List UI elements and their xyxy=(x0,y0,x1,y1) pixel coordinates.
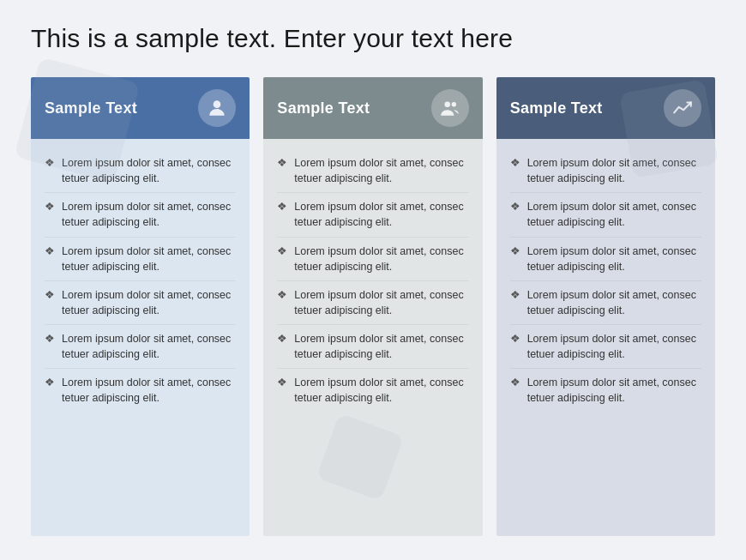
card-3-list: ❖ Lorem ipsum dolor sit amet, consec tet… xyxy=(510,149,701,412)
list-item: ❖ Lorem ipsum dolor sit amet, consec tet… xyxy=(45,193,236,237)
bullet-diamond: ❖ xyxy=(45,200,55,213)
list-item: ❖ Lorem ipsum dolor sit amet, consec tet… xyxy=(45,238,236,281)
person-svg xyxy=(206,97,228,119)
card-3-body: ❖ Lorem ipsum dolor sit amet, consec tet… xyxy=(496,139,715,536)
list-item: ❖ Lorem ipsum dolor sit amet, consec tet… xyxy=(277,281,468,325)
list-item: ❖ Lorem ipsum dolor sit amet, consec tet… xyxy=(277,238,468,281)
bullet-diamond: ❖ xyxy=(510,288,520,301)
bullet-diamond: ❖ xyxy=(277,332,287,345)
bullet-diamond: ❖ xyxy=(510,200,520,213)
bullet-diamond: ❖ xyxy=(510,332,520,345)
list-item: ❖ Lorem ipsum dolor sit amet, consec tet… xyxy=(510,238,701,281)
bullet-text: Lorem ipsum dolor sit amet, consec tetue… xyxy=(527,331,701,362)
bullet-text: Lorem ipsum dolor sit amet, consec tetue… xyxy=(62,244,236,274)
bullet-diamond: ❖ xyxy=(45,332,55,345)
bullet-text: Lorem ipsum dolor sit amet, consec tetue… xyxy=(62,331,236,362)
person-icon xyxy=(198,89,236,127)
bg-decoration-2 xyxy=(619,79,719,178)
bullet-diamond: ❖ xyxy=(45,288,55,301)
bullet-diamond: ❖ xyxy=(277,244,287,257)
bullet-diamond: ❖ xyxy=(510,244,520,257)
bullet-text: Lorem ipsum dolor sit amet, consec tetue… xyxy=(294,287,468,318)
bullet-text: Lorem ipsum dolor sit amet, consec tetue… xyxy=(527,375,701,406)
list-item: ❖ Lorem ipsum dolor sit amet, consec tet… xyxy=(510,325,701,369)
bullet-text: Lorem ipsum dolor sit amet, consec tetue… xyxy=(294,244,468,274)
bullet-diamond: ❖ xyxy=(45,376,55,388)
list-item: ❖ Lorem ipsum dolor sit amet, consec tet… xyxy=(277,193,468,237)
svg-point-0 xyxy=(214,100,221,108)
bullet-diamond: ❖ xyxy=(277,288,287,301)
card-2-header: Sample Text xyxy=(263,77,482,139)
list-item: ❖ Lorem ipsum dolor sit amet, consec tet… xyxy=(45,281,236,325)
bullet-diamond: ❖ xyxy=(277,200,287,213)
bullet-diamond: ❖ xyxy=(277,376,287,388)
bullet-text: Lorem ipsum dolor sit amet, consec tetue… xyxy=(62,287,236,318)
list-item: ❖ Lorem ipsum dolor sit amet, consec tet… xyxy=(45,369,236,412)
group-icon xyxy=(431,89,469,127)
bullet-text: Lorem ipsum dolor sit amet, consec tetue… xyxy=(527,244,701,274)
bullet-text: Lorem ipsum dolor sit amet, consec tetue… xyxy=(294,331,468,362)
card-2-list: ❖ Lorem ipsum dolor sit amet, consec tet… xyxy=(277,149,468,412)
main-title: This is a sample text. Enter your text h… xyxy=(31,24,715,53)
bullet-text: Lorem ipsum dolor sit amet, consec tetue… xyxy=(294,375,468,406)
bullet-text: Lorem ipsum dolor sit amet, consec tetue… xyxy=(294,155,468,186)
list-item: ❖ Lorem ipsum dolor sit amet, consec tet… xyxy=(277,149,468,193)
list-item: ❖ Lorem ipsum dolor sit amet, consec tet… xyxy=(510,193,701,237)
bullet-text: Lorem ipsum dolor sit amet, consec tetue… xyxy=(62,199,236,230)
card-1-body: ❖ Lorem ipsum dolor sit amet, consec tet… xyxy=(31,139,250,536)
list-item: ❖ Lorem ipsum dolor sit amet, consec tet… xyxy=(277,325,468,369)
bullet-text: Lorem ipsum dolor sit amet, consec tetue… xyxy=(62,375,236,406)
list-item: ❖ Lorem ipsum dolor sit amet, consec tet… xyxy=(45,325,236,369)
card-3-title: Sample Text xyxy=(510,99,603,117)
bullet-text: Lorem ipsum dolor sit amet, consec tetue… xyxy=(294,199,468,230)
card-2-title: Sample Text xyxy=(277,99,370,117)
group-svg xyxy=(439,97,461,119)
bullet-diamond: ❖ xyxy=(510,376,520,388)
bullet-diamond: ❖ xyxy=(277,156,287,169)
bullet-text: Lorem ipsum dolor sit amet, consec tetue… xyxy=(527,199,701,230)
list-item: ❖ Lorem ipsum dolor sit amet, consec tet… xyxy=(510,369,701,412)
svg-point-1 xyxy=(444,101,450,107)
bullet-text: Lorem ipsum dolor sit amet, consec tetue… xyxy=(527,287,701,318)
bullet-diamond: ❖ xyxy=(45,244,55,257)
bullet-diamond: ❖ xyxy=(510,156,520,169)
list-item: ❖ Lorem ipsum dolor sit amet, consec tet… xyxy=(510,281,701,325)
card-1-list: ❖ Lorem ipsum dolor sit amet, consec tet… xyxy=(45,149,236,412)
svg-point-2 xyxy=(451,102,455,106)
list-item: ❖ Lorem ipsum dolor sit amet, consec tet… xyxy=(277,369,468,412)
